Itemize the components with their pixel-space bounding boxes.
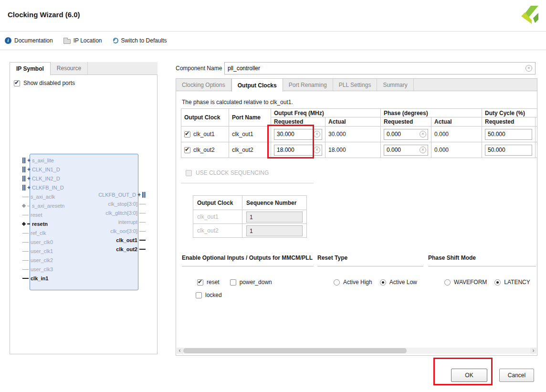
cancel-button[interactable]: Cancel	[499, 369, 534, 382]
tab-clocking-options[interactable]: Clocking Options	[176, 79, 231, 91]
col-port-name: Port Name	[229, 109, 271, 127]
clk-out1-sequence-value: 1	[246, 212, 303, 222]
clear-icon[interactable]: ×	[314, 147, 320, 153]
documentation-button[interactable]: Documentation	[5, 37, 53, 44]
switch-to-defaults-button[interactable]: Switch to Defaults	[113, 37, 167, 44]
table-row: clk_out1 1	[193, 210, 307, 224]
clk-out2-duty-actual: 50.	[536, 142, 538, 158]
port-stub	[139, 222, 146, 222]
interface-bus-icon	[22, 176, 26, 181]
tab-ip-symbol[interactable]: IP Symbol	[10, 62, 51, 75]
tab-port-renaming[interactable]: Port Renaming	[283, 79, 333, 91]
port-s-axi-aclk: s_axi_aclk	[22, 193, 55, 200]
folder-icon	[63, 39, 71, 44]
interface-bus-icon	[22, 158, 26, 163]
tab-summary[interactable]: Summary	[377, 79, 413, 91]
page-title: Clocking Wizard (6.0)	[8, 11, 80, 19]
phase-note: The phase is calculated relative to clk_…	[182, 99, 293, 106]
port-user-clk1: user_clk1	[22, 248, 53, 254]
port-resetn: resetn	[22, 221, 48, 227]
port-stub	[139, 240, 146, 241]
clk-out2-enable-checkbox[interactable]	[184, 147, 190, 153]
expand-plus-icon[interactable]: +	[137, 191, 141, 198]
scroll-left-arrow[interactable]: ‹	[177, 348, 183, 354]
show-disabled-ports-checkbox[interactable]	[14, 80, 20, 86]
port-user-clk0: user_clk0	[22, 239, 53, 245]
interface-bus-icon	[22, 185, 26, 191]
ok-button[interactable]: OK	[451, 369, 487, 382]
tab-resource[interactable]: Resource	[51, 62, 88, 74]
expand-plus-icon[interactable]: +	[27, 157, 31, 164]
documentation-label: Documentation	[14, 37, 53, 44]
reset-checkbox[interactable]	[197, 279, 203, 286]
clk-out1-freq-requested-input[interactable]	[277, 131, 314, 138]
port-user-clk2: user_clk2	[22, 257, 53, 264]
table-row: clk_out1 clk_out1 × 30.000 × 0.000 50.	[181, 127, 538, 142]
left-panel-tabs: IP Symbol Resource	[10, 62, 158, 74]
diamond-pin-icon	[22, 222, 26, 226]
tab-output-clocks[interactable]: Output Clocks	[231, 79, 283, 92]
col-phase: Phase (degrees)	[381, 109, 482, 117]
locked-label: locked	[205, 292, 222, 298]
col-output-freq: Output Freq (MHz)	[271, 109, 381, 117]
col-output-clock: Output Clock	[181, 109, 229, 127]
expand-plus-icon[interactable]: +	[27, 184, 31, 191]
port-stub	[139, 231, 146, 232]
col-seq-output-clock: Output Clock	[193, 196, 242, 210]
ip-symbol-block: + s_axi_lite + CLK_IN1_D + CLK_IN2_D + C…	[30, 154, 138, 290]
scroll-right-arrow[interactable]: ›	[530, 348, 536, 354]
sequence-table: Output Clock Sequence Number clk_out1 1 …	[193, 195, 307, 238]
active-low-radio[interactable]	[380, 279, 386, 286]
clk-out2-freq-actual: 18.000	[326, 142, 381, 158]
port-clk-out2: clk_out2	[116, 246, 146, 253]
clear-icon[interactable]: ×	[420, 131, 426, 138]
clear-icon[interactable]: ×	[525, 65, 532, 72]
clk-out1-freq-actual: 30.000	[326, 127, 381, 142]
active-low-label: Active Low	[389, 279, 417, 286]
col-duty-cycle: Duty Cycle (%)	[482, 109, 538, 117]
clk-out2-phase-actual: 0.000	[431, 142, 482, 158]
port-clkfb-in-d: + CLKFB_IN_D	[22, 184, 64, 191]
interface-bus-icon	[142, 192, 146, 198]
clk-out1-enable-checkbox[interactable]	[184, 131, 190, 138]
power-down-checkbox[interactable]	[230, 279, 236, 286]
tab-pll-settings[interactable]: PLL Settings	[333, 79, 378, 91]
scrollbar-thumb[interactable]	[183, 348, 407, 353]
table-row: clk_out2 clk_out2 × 18.000 × 0.000 50.	[181, 142, 538, 158]
clk-out1-phase-requested-input[interactable]	[387, 131, 420, 138]
clk-out2-phase-requested-input[interactable]	[387, 147, 420, 153]
xilinx-logo	[519, 5, 539, 25]
clk-out1-duty-requested-input[interactable]	[488, 131, 530, 138]
col-phase-requested: Requested	[381, 117, 431, 127]
port-stub	[139, 204, 146, 204]
use-clock-sequencing-checkbox	[186, 170, 192, 176]
show-disabled-ports-label: Show disabled ports	[23, 80, 75, 86]
port-stub	[22, 278, 29, 279]
waveform-radio[interactable]	[444, 279, 451, 286]
interface-bus-icon	[22, 167, 26, 172]
table-row: clk_out2 1	[193, 224, 307, 238]
clear-icon[interactable]: ×	[314, 131, 320, 138]
component-name-label: Component Name	[176, 65, 222, 72]
latency-radio[interactable]	[494, 279, 501, 286]
port-clk-out1: clk_out1	[116, 237, 146, 244]
config-tabs: Clocking Options Output Clocks Port Rena…	[176, 78, 537, 91]
scrollbar-track[interactable]	[183, 348, 530, 354]
port-clk-in1: clk_in1	[22, 275, 48, 282]
clk-out1-duty-actual: 50.	[536, 127, 538, 142]
active-high-radio[interactable]	[334, 279, 340, 286]
ip-location-button[interactable]: IP Location	[63, 37, 102, 44]
ip-symbol-panel: Show disabled ports + s_axi_lite + CLK_I…	[10, 74, 158, 354]
locked-checkbox[interactable]	[196, 292, 202, 298]
clk-out2-freq-requested-input[interactable]	[277, 147, 314, 153]
port-clk-in2-d: + CLK_IN2_D	[22, 175, 60, 182]
component-name-input[interactable]	[228, 65, 525, 72]
diamond-pin-icon	[22, 204, 26, 208]
switch-to-defaults-label: Switch to Defaults	[121, 37, 167, 44]
expand-plus-icon[interactable]: +	[27, 166, 31, 173]
show-disabled-ports-row: Show disabled ports	[14, 80, 75, 86]
port-stub	[22, 242, 29, 243]
clear-icon[interactable]: ×	[420, 147, 426, 153]
expand-plus-icon[interactable]: +	[27, 175, 31, 182]
clk-out2-duty-requested-input[interactable]	[488, 147, 530, 153]
